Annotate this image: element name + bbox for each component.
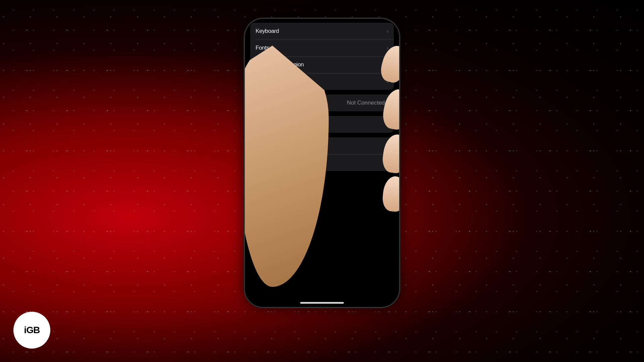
phone-frame: Keyboard › Fonts ›	[245, 19, 399, 307]
vpn-status: Not Connected	[347, 100, 385, 106]
phone-mockup: Keyboard › Fonts ›	[245, 19, 399, 307]
fonts-row-right: ›	[387, 45, 388, 51]
keyboard-row-right: ›	[387, 28, 388, 34]
fonts-chevron: ›	[387, 45, 388, 51]
top-spacer	[245, 19, 399, 20]
home-indicator	[300, 302, 344, 304]
igb-logo-text: iGB	[24, 325, 40, 336]
igb-logo: iGB	[13, 312, 50, 349]
keyboard-row[interactable]: Keyboard ›	[250, 23, 394, 40]
keyboard-chevron: ›	[387, 28, 388, 34]
keyboard-label: Keyboard	[256, 28, 279, 35]
vpn-row-right: Not Connected ›	[347, 100, 388, 106]
keyboard-row-left: Keyboard	[256, 28, 387, 35]
